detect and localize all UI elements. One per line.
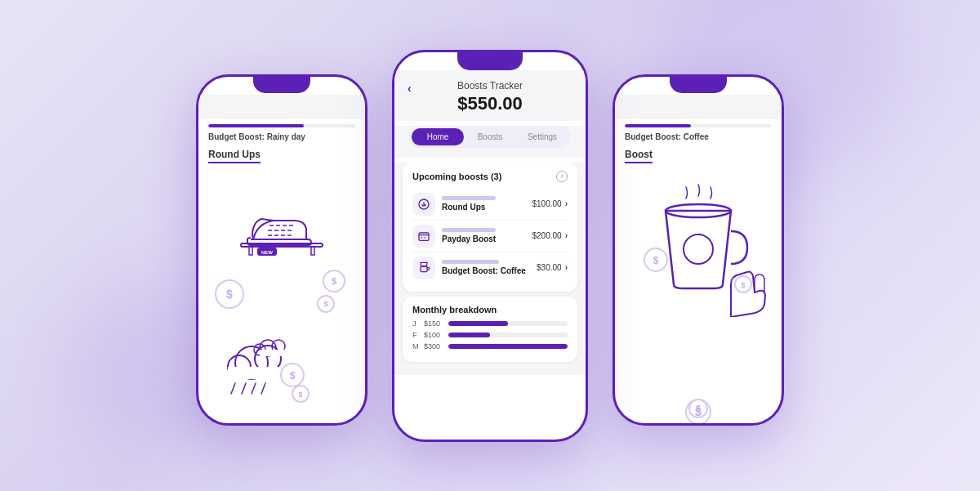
month-bar-fill-mar [448, 344, 568, 349]
tab-settings[interactable]: Settings [516, 128, 568, 145]
tab-home[interactable]: Home [412, 128, 464, 145]
payday-label-wrap: Payday Boost [442, 228, 532, 243]
roundups-chevron: › [565, 199, 568, 208]
left-prog-label: Budget Boost: Rainy day [208, 132, 355, 141]
payday-chevron: › [565, 231, 568, 240]
coffee-chevron: › [565, 263, 568, 272]
svg-text:$: $ [298, 391, 302, 399]
sneaker-illustration: NEW [233, 178, 331, 260]
svg-line-16 [231, 383, 235, 394]
phone-left: Budget Boost: Rainy day Round Ups [196, 74, 368, 426]
boost-item-coffee[interactable]: Budget Boost: Coffee $30.00 › [412, 252, 568, 283]
svg-line-17 [242, 383, 246, 394]
tab-bar: Home Boosts Settings [409, 126, 571, 148]
svg-line-18 [252, 383, 256, 394]
cloud-illustration: $ $ [207, 338, 313, 404]
tab-boosts[interactable]: Boosts [464, 128, 516, 145]
coffee-name: Budget Boost: Coffee [442, 266, 537, 275]
month-amount-jan: $150 [424, 319, 445, 328]
phone-right: Budget Boost: Coffee Boost [612, 74, 784, 426]
roundups-icon-wrap [412, 193, 435, 216]
roundups-label-wrap: Round Ups [442, 196, 532, 212]
month-bar-track-mar [448, 344, 568, 349]
payday-name: Payday Boost [442, 234, 532, 243]
left-section-title: Round Ups [208, 149, 261, 163]
upcoming-boosts-title: Upcoming boosts (3) i [412, 171, 568, 182]
monthly-breakdown-title: Monthly breakdown [412, 305, 568, 315]
coffee-label-wrap: Budget Boost: Coffee [442, 260, 537, 275]
month-label-feb: F [412, 331, 421, 339]
dollar-circle-right-sm: $ [323, 270, 345, 292]
app-amount: $550.00 [408, 93, 572, 114]
payday-amount: $200.00 [532, 231, 562, 240]
svg-rect-11 [228, 367, 281, 379]
phones-container: Budget Boost: Rainy day Round Ups [172, 25, 808, 466]
phone-center: ‹ Boosts Tracker $550.00 Home Boosts Set… [392, 50, 588, 442]
month-bar-fill-jan [448, 321, 508, 326]
phone-center-content: ‹ Boosts Tracker $550.00 Home Boosts Set… [394, 70, 586, 440]
month-label-mar: M [412, 342, 421, 350]
svg-line-19 [261, 383, 265, 394]
coffee-icon-wrap [412, 257, 435, 279]
coffee-label-bar [442, 260, 499, 264]
month-row-jan: J $150 [412, 319, 568, 328]
svg-text:NEW: NEW [261, 250, 273, 255]
svg-text:$: $ [653, 255, 659, 266]
roundups-name: Round Ups [442, 203, 532, 212]
dollar-circle-right-xs: $ [317, 295, 335, 313]
right-prog-label: Budget Boost: Coffee [625, 132, 772, 141]
svg-rect-2 [311, 247, 314, 255]
month-label-jan: J [412, 319, 421, 328]
roundups-icon [417, 198, 430, 211]
svg-rect-1 [249, 247, 252, 255]
month-bar-track-feb [448, 333, 568, 337]
notch-center [457, 52, 523, 70]
svg-rect-15 [260, 350, 285, 356]
svg-rect-25 [419, 233, 429, 240]
dollar-circle-left: $ [215, 279, 244, 309]
notch-left [253, 77, 310, 93]
month-amount-mar: $300 [424, 342, 445, 350]
boost-item-payday[interactable]: Payday Boost $200.00 › [412, 221, 568, 252]
back-button[interactable]: ‹ [408, 82, 412, 95]
month-bar-fill-feb [448, 333, 490, 337]
coffee-amount: $30.00 [537, 263, 562, 272]
roundups-label-bar [442, 196, 496, 200]
notch-right [670, 77, 727, 93]
svg-rect-26 [421, 266, 427, 272]
month-bar-track-jan [448, 321, 568, 326]
info-icon[interactable]: i [556, 171, 568, 182]
coffee-icon [417, 261, 430, 275]
hand-illustration [719, 235, 768, 317]
payday-icon [417, 230, 430, 243]
boost-item-roundups[interactable]: Round Ups $100.00 › [412, 189, 568, 221]
center-header: ‹ Boosts Tracker $550.00 [394, 70, 586, 121]
month-row-feb: F $100 [412, 331, 568, 339]
roundups-amount: $100.00 [532, 199, 562, 208]
svg-point-28 [684, 234, 713, 264]
dollar-circle-right-md: $ [688, 399, 708, 418]
month-amount-feb: $100 [424, 331, 445, 339]
payday-icon-wrap [412, 225, 435, 248]
app-title: Boosts Tracker [408, 80, 572, 92]
right-section-title: Boost [625, 149, 653, 163]
phone-right-content: Budget Boost: Coffee Boost [615, 95, 782, 423]
svg-text:$: $ [290, 370, 296, 382]
payday-label-bar [442, 228, 496, 232]
upcoming-boosts-card: Upcoming boosts (3) i [403, 163, 577, 292]
monthly-breakdown-card: Monthly breakdown J $150 F $100 [403, 297, 577, 362]
month-row-mar: M $300 [412, 342, 568, 350]
phone-left-content: Budget Boost: Rainy day Round Ups [198, 95, 365, 423]
